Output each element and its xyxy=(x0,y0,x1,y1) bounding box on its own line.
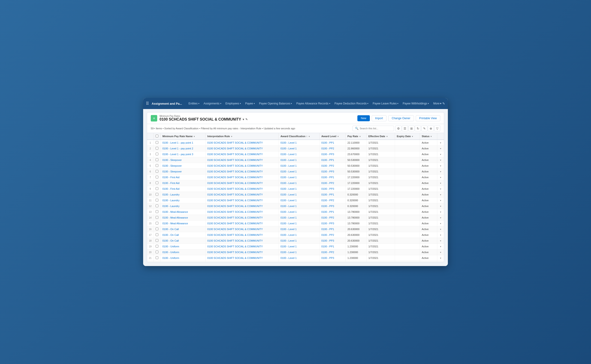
nav-item-payee-leave-rules[interactable]: Payee Leave Rules▾ xyxy=(371,101,400,106)
row-action-cell[interactable]: ▾ xyxy=(437,226,444,232)
row-interp-cell[interactable]: 0100 SCHCADS SHIFT SOCIAL & COMMUNITY xyxy=(205,198,279,203)
row-award-level-link[interactable]: 0100 - PP2 xyxy=(321,182,334,184)
row-checkbox-cell[interactable] xyxy=(154,209,161,215)
th-name[interactable]: Minimum Pay Rate Name ▾ xyxy=(161,133,205,140)
row-name-cell[interactable]: 0100 - Sleepover xyxy=(161,163,205,169)
row-award-level-cell[interactable]: 0100 - PP1 xyxy=(320,244,346,249)
row-dropdown-icon[interactable]: ▾ xyxy=(439,204,442,208)
row-checkbox-cell[interactable] xyxy=(154,175,161,180)
grid-icon[interactable]: ⠿ xyxy=(146,101,149,106)
row-checkbox-cell[interactable] xyxy=(154,192,161,198)
row-award-class-link[interactable]: 0100 - Level 1 xyxy=(281,164,297,167)
row-award-class-cell[interactable]: 0100 - Level 1 xyxy=(279,261,320,262)
row-action-cell[interactable]: ▾ xyxy=(437,169,444,175)
row-interp-cell[interactable]: 0100 SCHCADS SHIFT SOCIAL & COMMUNITY xyxy=(205,186,279,192)
row-award-class-cell[interactable]: 0100 - Level 1 xyxy=(279,244,320,249)
row-award-class-cell[interactable]: 0100 - Level 1 xyxy=(279,163,320,169)
row-action-cell[interactable]: ▾ xyxy=(437,238,444,244)
select-all-checkbox[interactable] xyxy=(156,135,158,137)
row-name-link[interactable]: 0100 - Laundry xyxy=(162,199,180,202)
row-award-class-link[interactable]: 0100 - Level 1 xyxy=(281,216,297,219)
row-action-cell[interactable]: ▾ xyxy=(437,186,444,192)
row-interp-cell[interactable]: 0100 SCHCADS SHIFT SOCIAL & COMMUNITY xyxy=(205,261,279,262)
row-checkbox-cell[interactable] xyxy=(154,232,161,238)
row-checkbox-cell[interactable] xyxy=(154,261,161,262)
row-checkbox[interactable] xyxy=(156,176,158,178)
row-name-cell[interactable]: 0100 - Laundry xyxy=(161,203,205,209)
row-action-cell[interactable]: ▾ xyxy=(437,140,444,146)
row-interp-cell[interactable]: 0100 SCHCADS SHIFT SOCIAL & COMMUNITY xyxy=(205,244,279,249)
row-action-cell[interactable]: ▾ xyxy=(437,249,444,255)
row-award-level-link[interactable]: 0100 - PP3 xyxy=(321,170,334,173)
row-dropdown-icon[interactable]: ▾ xyxy=(439,158,442,162)
row-award-class-cell[interactable]: 0100 - Level 1 xyxy=(279,186,320,192)
row-award-level-cell[interactable]: 0100 - PP2 xyxy=(320,215,346,221)
row-name-cell[interactable]: 0100 - Uniform xyxy=(161,244,205,249)
row-award-level-link[interactable]: 0100 - PP1 xyxy=(321,245,334,248)
row-checkbox-cell[interactable] xyxy=(154,215,161,221)
row-award-level-link[interactable]: 0100 - PP1 xyxy=(321,159,334,161)
row-interp-link[interactable]: 0100 SCHCADS SHIFT SOCIAL & COMMUNITY xyxy=(207,199,263,202)
row-award-level-cell[interactable]: 0100 - PP3 xyxy=(320,255,346,261)
row-award-level-cell[interactable]: 0100 - PP2 xyxy=(320,163,346,169)
row-checkbox-cell[interactable] xyxy=(154,146,161,151)
row-award-level-cell[interactable]: 0100 - PP3 xyxy=(320,151,346,157)
row-interp-link[interactable]: 0100 SCHCADS SHIFT SOCIAL & COMMUNITY xyxy=(207,228,263,231)
row-name-link[interactable]: 0100 - Uniform xyxy=(162,245,179,248)
row-name-link[interactable]: 0100 - First Aid xyxy=(162,176,180,179)
new-button[interactable]: New xyxy=(357,115,370,121)
row-name-link[interactable]: 0100 - Level 1 - pay point 3 xyxy=(162,153,193,156)
row-award-class-cell[interactable]: 0100 - Level 1 xyxy=(279,146,320,151)
row-checkbox[interactable] xyxy=(156,153,158,155)
row-award-level-cell[interactable]: 0100 - PP1 xyxy=(320,261,346,262)
title-dropdown-icon[interactable]: ▾ xyxy=(243,118,244,121)
row-award-class-cell[interactable]: 0100 - Level 1 xyxy=(279,232,320,238)
row-award-level-link[interactable]: 0100 - PP2 xyxy=(321,147,334,150)
row-award-class-cell[interactable]: 0100 - Level 1 xyxy=(279,238,320,244)
row-award-level-cell[interactable]: 0100 - PP3 xyxy=(320,238,346,244)
row-award-level-cell[interactable]: 0100 - PP3 xyxy=(320,186,346,192)
row-dropdown-icon[interactable]: ▾ xyxy=(439,193,442,196)
row-award-class-cell[interactable]: 0100 - Level 1 xyxy=(279,151,320,157)
row-award-class-link[interactable]: 0100 - Level 1 xyxy=(281,234,297,236)
row-interp-cell[interactable]: 0100 SCHCADS SHIFT SOCIAL & COMMUNITY xyxy=(205,192,279,198)
row-award-level-link[interactable]: 0100 - PP3 xyxy=(321,205,334,208)
row-checkbox[interactable] xyxy=(156,193,158,196)
row-name-link[interactable]: 0100 - Uniform xyxy=(162,251,179,254)
row-checkbox[interactable] xyxy=(156,239,158,242)
row-award-class-cell[interactable]: 0100 - Level 1 xyxy=(279,198,320,203)
row-interp-link[interactable]: 0100 SCHCADS SHIFT SOCIAL & COMMUNITY xyxy=(207,205,263,208)
row-dropdown-icon[interactable]: ▾ xyxy=(439,153,442,156)
row-award-level-link[interactable]: 0100 - PP3 xyxy=(321,153,334,156)
row-checkbox[interactable] xyxy=(156,233,158,236)
row-dropdown-icon[interactable]: ▾ xyxy=(439,233,442,237)
row-checkbox-cell[interactable] xyxy=(154,226,161,232)
row-award-level-cell[interactable]: 0100 - PP1 xyxy=(320,209,346,215)
search-input[interactable] xyxy=(360,127,391,130)
row-interp-cell[interactable]: 0100 SCHCADS SHIFT SOCIAL & COMMUNITY xyxy=(205,151,279,157)
row-name-cell[interactable]: 0100 - Uniform xyxy=(161,255,205,261)
row-checkbox[interactable] xyxy=(156,216,158,219)
row-dropdown-icon[interactable]: ▾ xyxy=(439,216,442,220)
row-name-link[interactable]: 0100 - First Aid xyxy=(162,188,180,190)
row-interp-link[interactable]: 0100 SCHCADS SHIFT SOCIAL & COMMUNITY xyxy=(207,188,263,190)
row-award-level-cell[interactable]: 0100 - PP2 xyxy=(320,232,346,238)
row-name-cell[interactable]: 0100 - On Call xyxy=(161,232,205,238)
row-interp-link[interactable]: 0100 SCHCADS SHIFT SOCIAL & COMMUNITY xyxy=(207,234,263,236)
row-name-cell[interactable]: 0100 - Meal Allowance xyxy=(161,221,205,226)
row-dropdown-icon[interactable]: ▾ xyxy=(439,176,442,179)
row-award-class-link[interactable]: 0100 - Level 1 xyxy=(281,176,297,179)
row-dropdown-icon[interactable]: ▾ xyxy=(439,256,442,260)
row-award-class-link[interactable]: 0100 - Level 1 xyxy=(281,159,297,161)
th-pay-rate[interactable]: Pay Rate ▾ xyxy=(346,133,367,140)
row-name-cell[interactable]: 0100 - On Call xyxy=(161,226,205,232)
th-award-level[interactable]: Award Level ▾ xyxy=(320,133,346,140)
row-action-cell[interactable]: ▾ xyxy=(437,198,444,203)
row-interp-cell[interactable]: 0100 SCHCADS SHIFT SOCIAL & COMMUNITY xyxy=(205,163,279,169)
row-award-class-link[interactable]: 0100 - Level 1 xyxy=(281,170,297,173)
row-checkbox[interactable] xyxy=(156,170,158,173)
row-award-level-cell[interactable]: 0100 - PP2 xyxy=(320,180,346,186)
row-name-link[interactable]: 0100 - Meal Allowance xyxy=(162,222,188,225)
row-action-cell[interactable]: ▾ xyxy=(437,151,444,157)
row-checkbox[interactable] xyxy=(156,204,158,207)
